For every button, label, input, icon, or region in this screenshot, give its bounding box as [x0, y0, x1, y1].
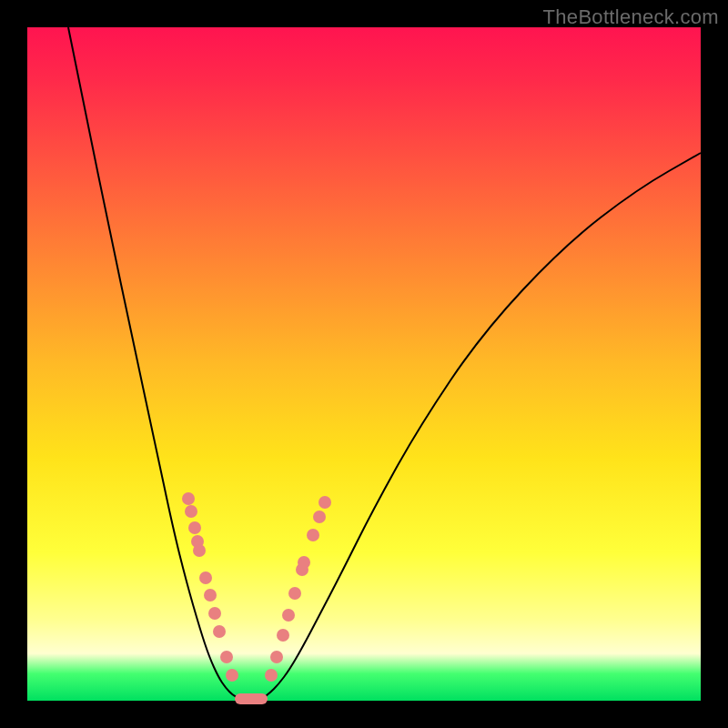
data-dot — [226, 669, 238, 682]
bottleneck-curve-right — [262, 153, 701, 699]
data-dot — [277, 629, 289, 642]
data-dot — [318, 496, 331, 509]
data-dot — [282, 609, 295, 622]
watermark-text: TheBottleneck.com — [543, 5, 719, 29]
data-dot — [288, 587, 301, 600]
data-dot — [182, 492, 195, 505]
data-dot — [313, 511, 326, 523]
chart-overlay — [27, 27, 701, 701]
data-dot — [213, 625, 226, 638]
data-dot — [265, 669, 278, 682]
data-dot — [220, 651, 233, 663]
data-dot — [307, 529, 319, 541]
data-dots-left — [182, 492, 238, 682]
data-dot — [270, 651, 283, 663]
data-dot — [185, 505, 197, 518]
data-dot — [208, 607, 221, 620]
data-dot — [193, 544, 206, 557]
data-dot — [298, 556, 310, 569]
data-dot — [199, 571, 212, 584]
data-dot — [204, 589, 217, 602]
data-dot — [188, 521, 201, 534]
